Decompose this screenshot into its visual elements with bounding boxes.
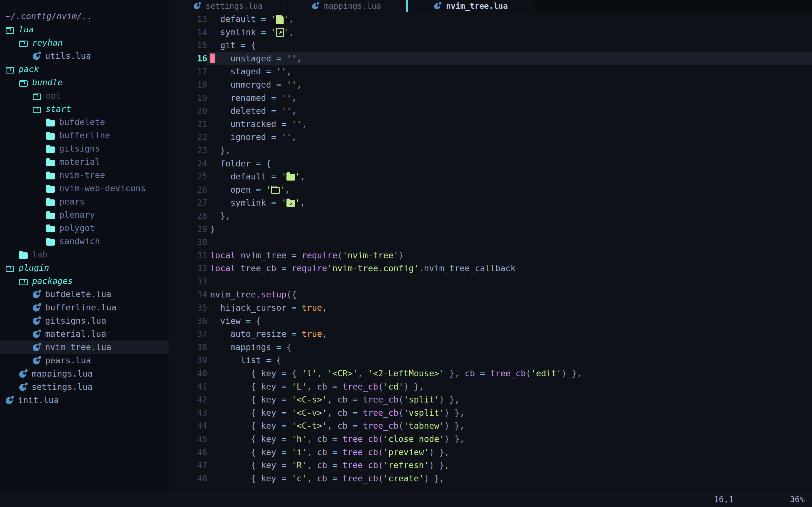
code-line-36[interactable]: 36 view = {	[169, 315, 812, 328]
tree-item-label: gitsigns	[59, 144, 100, 154]
folder-icon	[46, 160, 55, 166]
code-line-15[interactable]: 15 git = {	[169, 39, 812, 52]
folder-open-icon	[6, 27, 14, 34]
tree-item-label: nvim-tree	[59, 170, 105, 180]
tab-nvim_tree.lua[interactable]: nvim_tree.lua	[408, 0, 534, 12]
tree-item-packages[interactable]: packages	[0, 274, 169, 288]
tree-item-lua[interactable]: lua	[0, 23, 169, 36]
tree-item-sandwich[interactable]: sandwich	[0, 235, 169, 248]
code-line-13[interactable]: 13 default = '',	[169, 13, 812, 26]
tree-item-label: pears	[59, 196, 85, 207]
tree-item-lab[interactable]: lab	[0, 248, 169, 261]
code-line-34[interactable]: 34nvim_tree.setup({	[169, 288, 812, 301]
tree-item-pack[interactable]: pack	[0, 62, 169, 76]
code-line-37[interactable]: 37 auto_resize = true,	[169, 328, 812, 341]
folder-open-icon	[19, 80, 28, 87]
tree-item-nvim_tree.lua[interactable]: nvim_tree.lua	[0, 341, 169, 354]
tree-item-opt[interactable]: opt	[0, 89, 169, 102]
line-content: list = {	[207, 354, 812, 367]
tree-item-utils.lua[interactable]: utils.lua	[0, 49, 169, 62]
code-line-32[interactable]: 32local tree_cb = require'nvim-tree.conf…	[169, 262, 812, 275]
tree-item-plugin[interactable]: plugin	[0, 261, 169, 274]
line-number: 14	[169, 26, 207, 39]
lua-file-icon	[33, 330, 41, 338]
code-line-39[interactable]: 39 list = {	[169, 354, 812, 367]
file-tree-sidebar[interactable]: ~/.config/nvim/..luareyhanutils.luapackb…	[0, 0, 169, 492]
tree-item-nvim-tree[interactable]: nvim-tree	[0, 168, 169, 182]
cursor	[210, 54, 215, 63]
code-editor[interactable]: 13 default = '',14 symlink = '',15 git =…	[169, 12, 812, 492]
tab-settings.lua[interactable]: settings.lua	[169, 0, 288, 12]
code-line-26[interactable]: 26 open = '',	[169, 183, 812, 196]
line-content: staged = '',	[207, 65, 812, 78]
tree-item-init.lua[interactable]: init.lua	[0, 393, 169, 407]
code-line-46[interactable]: 46 { key = 'i', cb = tree_cb('preview') …	[169, 446, 812, 459]
code-line-44[interactable]: 44 { key = '<C-t>', cb = tree_cb('tabnew…	[169, 419, 812, 433]
line-content: untracked = '',	[207, 118, 812, 131]
code-line-29[interactable]: 29}	[169, 223, 812, 236]
code-line-25[interactable]: 25 default = '',	[169, 170, 812, 183]
line-number: 33	[169, 275, 207, 288]
tree-item-material[interactable]: material	[0, 155, 169, 168]
tab-label: mappings.lua	[324, 1, 381, 11]
tree-item-bufdelete[interactable]: bufdelete	[0, 115, 169, 129]
tree-item-start[interactable]: start	[0, 102, 169, 115]
tree-item-gitsigns[interactable]: gitsigns	[0, 142, 169, 155]
code-line-33[interactable]: 33	[169, 275, 812, 288]
tree-item-bufferline.lua[interactable]: bufferline.lua	[0, 301, 169, 314]
code-line-17[interactable]: 17 staged = '',	[169, 65, 812, 78]
tree-item-bundle[interactable]: bundle	[0, 76, 169, 89]
folder-open-icon	[6, 67, 14, 73]
code-line-19[interactable]: 19 renamed = '',	[169, 92, 812, 105]
tree-item-bufferline[interactable]: bufferline	[0, 129, 169, 142]
tree-item-pears[interactable]: pears	[0, 195, 169, 208]
line-number: 20	[169, 105, 207, 118]
code-line-18[interactable]: 18 unmerged = '',	[169, 78, 812, 92]
code-line-47[interactable]: 47 { key = 'R', cb = tree_cb('refresh') …	[169, 459, 812, 472]
code-line-28[interactable]: 28 },	[169, 210, 812, 223]
code-line-27[interactable]: 27 symlink = '',	[169, 196, 812, 210]
tree-item-gitsigns.lua[interactable]: gitsigns.lua	[0, 314, 169, 327]
tree-item-material.lua[interactable]: material.lua	[0, 327, 169, 341]
code-line-35[interactable]: 35 hijack_cursor = true,	[169, 301, 812, 315]
folder-icon	[46, 173, 55, 179]
tree-item-label: lua	[18, 24, 34, 34]
code-line-22[interactable]: 22 ignored = '',	[169, 131, 812, 144]
code-line-14[interactable]: 14 symlink = '',	[169, 26, 812, 39]
tree-item-reyhan[interactable]: reyhan	[0, 36, 169, 49]
tree-item-plenary[interactable]: plenary	[0, 208, 169, 221]
folder-open-icon	[33, 94, 41, 100]
code-line-16[interactable]: 16 unstaged = '',	[169, 52, 812, 65]
tree-root[interactable]: ~/.config/nvim/..	[0, 10, 169, 23]
tree-item-settings.lua[interactable]: settings.lua	[0, 380, 169, 393]
line-content	[207, 236, 812, 249]
tree-item-polygot[interactable]: polygot	[0, 221, 169, 235]
code-line-30[interactable]: 30	[169, 236, 812, 249]
code-line-24[interactable]: 24 folder = {	[169, 157, 812, 170]
code-line-43[interactable]: 43 { key = '<C-v>', cb = tree_cb('vsplit…	[169, 406, 812, 420]
code-line-41[interactable]: 41 { key = 'L', cb = tree_cb('cd') },	[169, 380, 812, 393]
tree-item-pears.lua[interactable]: pears.lua	[0, 354, 169, 367]
code-line-21[interactable]: 21 untracked = '',	[169, 118, 812, 131]
tree-item-mappings.lua[interactable]: mappings.lua	[0, 367, 169, 380]
code-line-38[interactable]: 38 mappings = {	[169, 341, 812, 354]
code-line-48[interactable]: 48 { key = 'c', cb = tree_cb('create') }…	[169, 472, 812, 485]
line-number: 13	[169, 13, 207, 26]
lua-icon	[194, 3, 200, 9]
line-number: 44	[169, 419, 207, 433]
line-content: { key = 'c', cb = tree_cb('create') },	[207, 472, 812, 485]
tree-item-label: packages	[32, 276, 73, 286]
code-line-31[interactable]: 31local nvim_tree = require('nvim-tree')	[169, 249, 812, 262]
code-line-40[interactable]: 40 { key = { 'l', '<CR>', '<2-LeftMouse>…	[169, 367, 812, 380]
code-line-23[interactable]: 23 },	[169, 144, 812, 157]
tree-item-label: mappings.lua	[32, 369, 93, 379]
file-icon	[276, 15, 284, 24]
tree-item-label: plenary	[59, 210, 95, 220]
tree-item-bufdelete.lua[interactable]: bufdelete.lua	[0, 288, 169, 301]
tree-item-nvim-web-devicons[interactable]: nvim-web-devicons	[0, 182, 169, 195]
tab-mappings.lua[interactable]: mappings.lua	[288, 0, 406, 12]
code-line-45[interactable]: 45 { key = 'h', cb = tree_cb('close_node…	[169, 433, 812, 446]
code-line-42[interactable]: 42 { key = '<C-s>', cb = tree_cb('split'…	[169, 393, 812, 406]
code-line-20[interactable]: 20 deleted = '',	[169, 105, 812, 118]
tree-item-label: reyhan	[32, 38, 63, 48]
